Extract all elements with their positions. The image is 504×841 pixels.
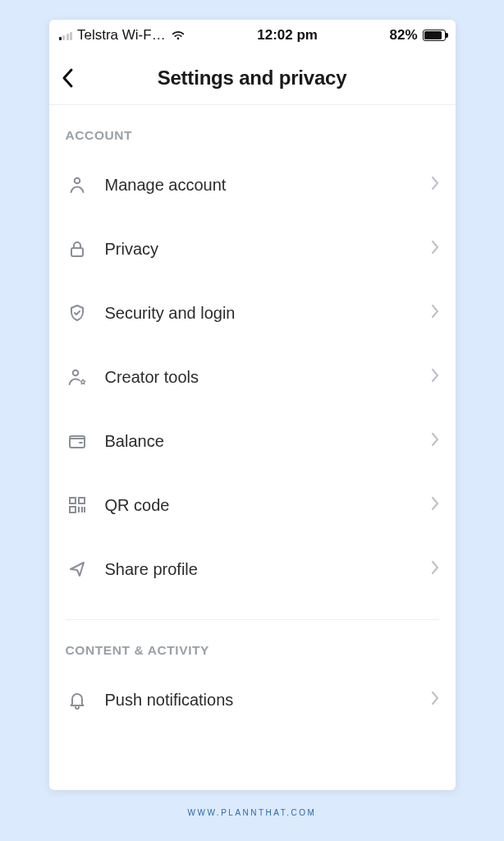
person-star-icon (66, 367, 89, 387)
title-bar: Settings and privacy (49, 51, 456, 105)
row-share-profile[interactable]: Share profile (66, 537, 439, 601)
chevron-right-icon (431, 560, 439, 578)
share-icon (66, 559, 89, 579)
row-label: Share profile (105, 560, 415, 579)
section-content-activity-label: CONTENT & ACTIVITY (66, 643, 439, 658)
row-balance[interactable]: Balance (66, 409, 439, 473)
svg-rect-1 (71, 248, 83, 256)
row-label: QR code (105, 496, 415, 515)
row-label: Security and login (105, 304, 415, 323)
wallet-icon (66, 431, 89, 451)
row-label: Balance (105, 432, 415, 451)
status-time: 12:02 pm (186, 27, 390, 44)
battery-percent: 82% (389, 27, 417, 44)
svg-point-0 (74, 178, 80, 184)
page-title: Settings and privacy (89, 67, 416, 90)
row-creator-tools[interactable]: Creator tools (66, 345, 439, 409)
chevron-right-icon (431, 368, 439, 386)
section-account-label: ACCOUNT (66, 128, 439, 143)
svg-rect-4 (70, 498, 76, 503)
row-label: Manage account (105, 176, 415, 195)
person-icon (66, 175, 89, 195)
row-label: Creator tools (105, 368, 415, 387)
wifi-icon (171, 30, 186, 41)
watermark: WWW.PLANNTHAT.COM (188, 808, 317, 817)
svg-rect-5 (79, 498, 85, 503)
carrier-label: Telstra Wi-F… (77, 27, 166, 44)
chevron-right-icon (431, 432, 439, 450)
row-push-notifications[interactable]: Push notifications (66, 668, 439, 732)
section-divider (66, 619, 439, 620)
cellular-signal-icon (59, 30, 73, 40)
row-security[interactable]: Security and login (66, 281, 439, 345)
qr-code-icon (66, 496, 89, 514)
row-manage-account[interactable]: Manage account (66, 153, 439, 217)
chevron-right-icon (431, 496, 439, 514)
status-bar: Telstra Wi-F… 12:02 pm 82% (49, 20, 456, 51)
back-button[interactable] (61, 67, 89, 89)
chevron-right-icon (431, 691, 439, 709)
svg-point-2 (72, 370, 78, 376)
bell-icon (66, 690, 89, 710)
row-label: Push notifications (105, 691, 415, 710)
svg-rect-6 (70, 507, 76, 512)
battery-icon (423, 30, 446, 41)
chevron-left-icon (61, 67, 74, 89)
chevron-right-icon (431, 304, 439, 322)
settings-content: ACCOUNT Manage account Privacy (49, 105, 456, 790)
lock-icon (66, 239, 89, 259)
chevron-right-icon (431, 176, 439, 194)
chevron-right-icon (431, 240, 439, 258)
shield-check-icon (66, 303, 89, 323)
row-privacy[interactable]: Privacy (66, 217, 439, 281)
row-qr-code[interactable]: QR code (66, 473, 439, 537)
row-label: Privacy (105, 240, 415, 259)
phone-frame: Telstra Wi-F… 12:02 pm 82% Settings and … (49, 20, 456, 790)
